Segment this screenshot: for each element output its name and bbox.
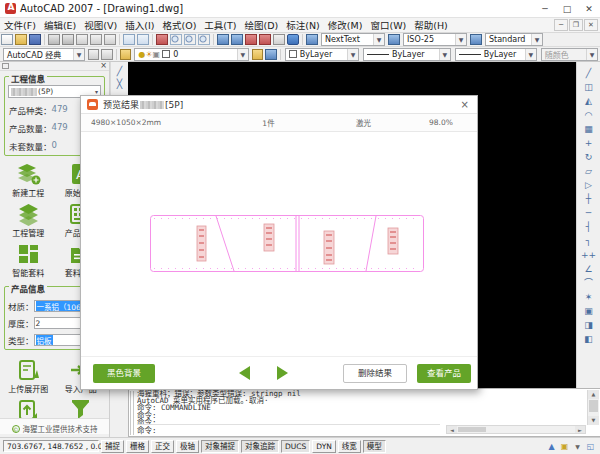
menu-format[interactable]: 格式(O): [158, 18, 200, 33]
table-style-icon[interactable]: [470, 34, 482, 45]
layer-combo[interactable]: ● ☀ ▣ 0 ▼: [134, 48, 248, 61]
linetype-combo[interactable]: ByLayer ▼: [363, 48, 451, 61]
menu-help[interactable]: 帮助(H): [410, 18, 452, 33]
help-icon[interactable]: [287, 34, 299, 45]
block-icon[interactable]: ▣: [581, 304, 596, 318]
erase-icon[interactable]: ╱: [581, 66, 596, 80]
chevron-down-icon[interactable]: ▼: [373, 34, 384, 45]
toggle-grid[interactable]: 栅格: [126, 440, 149, 453]
lineweight-combo[interactable]: ByLayer ▼: [455, 48, 537, 61]
close-button[interactable]: ✕: [578, 0, 600, 18]
explode-icon[interactable]: ✶: [581, 290, 596, 304]
sun-icon[interactable]: ☀: [145, 50, 152, 59]
copy-object-icon[interactable]: ◫: [581, 80, 596, 94]
menu-tools[interactable]: 工具(T): [200, 18, 240, 33]
stretch-icon[interactable]: ▷: [581, 178, 596, 192]
panel-close-icon[interactable]: ×: [100, 62, 107, 70]
toggle-ducs[interactable]: DUCS: [281, 440, 310, 453]
line-icon[interactable]: ╱: [113, 65, 127, 78]
delete-result-button[interactable]: 删除结果: [343, 364, 407, 383]
properties-icon[interactable]: [217, 34, 229, 45]
mdi-close-button[interactable]: ✕: [584, 19, 598, 31]
plot-icon[interactable]: [48, 34, 60, 45]
bulb-icon[interactable]: ●: [138, 50, 145, 59]
markup-icon[interactable]: [273, 34, 285, 45]
paste-icon[interactable]: [104, 34, 116, 45]
chevron-down-icon[interactable]: ▾: [95, 88, 100, 95]
toggle-model[interactable]: 模型: [363, 440, 386, 453]
array-icon[interactable]: ▦: [581, 122, 596, 136]
workspace-settings-icon[interactable]: [88, 49, 100, 60]
preview-canvas[interactable]: [81, 132, 477, 356]
scroll-down-icon[interactable]: ▼: [588, 416, 599, 425]
zoom-previous-icon[interactable]: [198, 34, 210, 45]
plot-preview-icon[interactable]: [62, 34, 74, 45]
zoom-realtime-icon[interactable]: [170, 34, 182, 45]
command-window-grip[interactable]: [130, 391, 134, 435]
undo-icon[interactable]: [123, 34, 135, 45]
break-point-icon[interactable]: ┤: [581, 220, 596, 234]
sheetset-icon[interactable]: [259, 34, 271, 45]
layer-states-icon[interactable]: [265, 49, 277, 60]
save-icon[interactable]: [29, 34, 41, 45]
chevron-down-icon[interactable]: ▼: [237, 49, 248, 60]
minimize-button[interactable]: ─: [534, 0, 556, 18]
layer-previous-icon[interactable]: [252, 49, 264, 60]
chevron-down-icon[interactable]: ▼: [572, 441, 583, 452]
toolbar-lock-icon[interactable]: ▣: [559, 441, 570, 452]
zoom-window-icon[interactable]: [184, 34, 196, 45]
annotation-icon[interactable]: ▲: [546, 441, 557, 452]
dim-style-combo[interactable]: ISO-25 ▼: [403, 33, 467, 46]
insert-block-icon[interactable]: ◨: [581, 318, 596, 332]
mdi-minimize-button[interactable]: ─: [554, 19, 568, 31]
scale-icon[interactable]: ▱: [581, 164, 596, 178]
upload-unfold-button[interactable]: 上传展开图: [2, 358, 55, 394]
toggle-otrack[interactable]: 对象追踪: [241, 440, 279, 453]
trim-icon[interactable]: ┼: [581, 192, 596, 206]
break-icon[interactable]: ┐: [581, 234, 596, 248]
chevron-down-icon[interactable]: ▼: [531, 34, 542, 45]
command-horizontal-scrollbar[interactable]: ◄ ►: [446, 425, 586, 434]
new-icon[interactable]: [1, 34, 13, 45]
chamfer-icon[interactable]: ∠: [581, 262, 596, 276]
menu-insert[interactable]: 插入(I): [121, 18, 158, 33]
toggle-ortho[interactable]: 正交: [151, 440, 174, 453]
offset-icon[interactable]: ◠: [581, 108, 596, 122]
command-prompt[interactable]: 命令:: [137, 424, 440, 435]
chevron-down-icon[interactable]: ▼: [439, 49, 450, 60]
lock-icon[interactable]: ▣: [153, 50, 161, 59]
chevron-down-icon[interactable]: ▼: [347, 49, 358, 60]
previous-arrow-icon[interactable]: [239, 366, 250, 380]
scroll-up-icon[interactable]: ▲: [588, 390, 599, 399]
black-background-button[interactable]: 黑色背景: [93, 364, 155, 383]
designcenter-icon[interactable]: [231, 34, 243, 45]
menu-window[interactable]: 窗口(W): [366, 18, 410, 33]
clean-screen-icon[interactable]: ◱: [585, 441, 596, 452]
redo-icon[interactable]: [137, 34, 149, 45]
menu-view[interactable]: 视图(V): [80, 18, 121, 33]
open-icon[interactable]: [15, 34, 27, 45]
menu-dimension[interactable]: 标注(N): [282, 18, 324, 33]
workspace-combo[interactable]: AutoCAD 经典 ▼: [3, 48, 85, 61]
table-style-combo[interactable]: Standard ▼: [485, 33, 543, 46]
toggle-polar[interactable]: 极轴: [176, 440, 199, 453]
fillet-icon[interactable]: ⌒: [581, 276, 596, 290]
scroll-left-icon[interactable]: ◄: [447, 426, 457, 433]
chevron-down-icon[interactable]: ▼: [525, 49, 536, 60]
toggle-snap[interactable]: 捕捉: [101, 440, 124, 453]
project-manage-button[interactable]: 工程管理: [2, 202, 55, 238]
layer-properties-icon[interactable]: [120, 49, 132, 60]
scroll-right-icon[interactable]: ►: [575, 426, 585, 433]
copy-icon[interactable]: [90, 34, 102, 45]
rotate-icon[interactable]: ↻: [581, 150, 596, 164]
toggle-dyn[interactable]: DYN: [312, 440, 336, 453]
construction-line-icon[interactable]: ╳: [113, 78, 127, 91]
text-style-combo[interactable]: NextText ▼: [321, 33, 385, 46]
join-icon[interactable]: ++: [581, 248, 596, 262]
scrollbar-thumb[interactable]: [589, 400, 598, 412]
view-product-button[interactable]: 查看产品: [417, 364, 471, 383]
maximize-button[interactable]: □: [556, 0, 578, 18]
next-arrow-icon[interactable]: [277, 366, 288, 380]
chevron-down-icon[interactable]: ▼: [73, 49, 84, 60]
workspace-save-icon[interactable]: [101, 49, 113, 60]
